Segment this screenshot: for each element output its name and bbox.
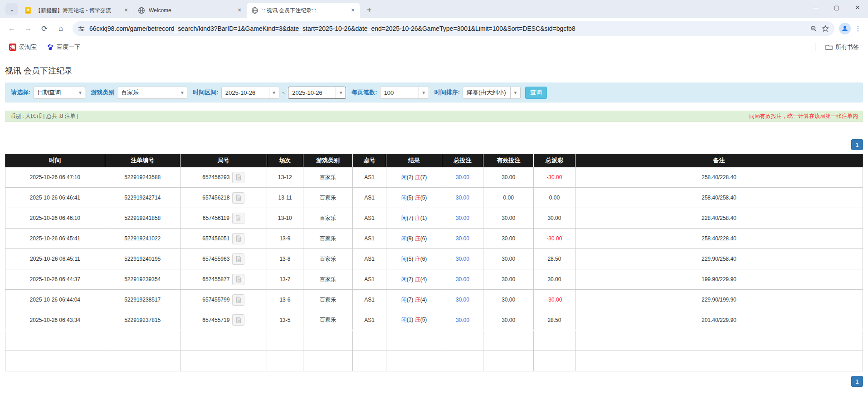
banker-result: 庄 xyxy=(415,215,420,221)
total-bet-link[interactable]: 30.00 xyxy=(456,195,469,201)
cell-table-no: AS1 xyxy=(352,229,386,249)
cell-session: 13-5 xyxy=(267,310,303,331)
cell-table-no: AS1 xyxy=(352,310,386,331)
total-row: 总计8240.00210.0027.00 xyxy=(5,351,863,371)
video-replay-button[interactable] xyxy=(232,172,244,183)
cell-time: 2025-10-26 06:45:11 xyxy=(5,249,105,269)
cell-payout: 30.00 xyxy=(534,208,575,229)
close-button[interactable]: ✕ xyxy=(847,0,868,15)
address-bar[interactable]: 66cxkj98.com/game/betrecord_search/kind3… xyxy=(73,21,834,36)
browser-tab[interactable]: Welcome× xyxy=(133,3,247,18)
total-bet-link[interactable]: 30.00 xyxy=(456,256,469,262)
page-1-button[interactable]: 1 xyxy=(851,139,863,150)
maximize-button[interactable]: ▢ xyxy=(826,0,847,15)
cell-table-no: AS1 xyxy=(352,188,386,208)
total-bet-link[interactable]: 30.00 xyxy=(456,297,469,303)
tab-search-button[interactable]: ⌄ xyxy=(5,3,18,15)
cell-result: 闲(5) 庄(6) xyxy=(386,249,442,269)
column-header: 注单编号 xyxy=(105,154,180,167)
video-replay-button[interactable] xyxy=(232,213,244,224)
reload-button[interactable]: ⟳ xyxy=(37,21,52,36)
bookmark-item[interactable]: 百度一下 xyxy=(43,41,84,53)
browser-tab[interactable]: :::视讯 会员下注纪录:::× xyxy=(247,3,360,18)
tab-close-icon[interactable]: × xyxy=(349,7,356,14)
total-bet-link[interactable]: 30.00 xyxy=(456,215,469,221)
table-row: 2025-10-26 06:45:11522919240195657455963… xyxy=(5,249,863,269)
cell-valid-bet: 30.00 xyxy=(483,290,534,310)
site-info-icon[interactable] xyxy=(78,25,85,32)
game-type-select[interactable]: 百家乐 ▼ xyxy=(117,87,187,99)
column-header: 总投注 xyxy=(442,154,483,167)
bookmarks-bar: 淘爱淘宝百度一下 所有书签 xyxy=(0,39,868,55)
new-tab-button[interactable]: + xyxy=(363,4,375,16)
cell-payout: -30.00 xyxy=(534,290,575,310)
summary-empty-cell xyxy=(303,351,353,371)
total-bet-link[interactable]: 30.00 xyxy=(456,174,469,180)
sort-order-select[interactable]: 降幂(由大到小) ▼ xyxy=(463,87,521,99)
banker-result: 庄 xyxy=(415,195,420,201)
per-page-label: 每页笔数: xyxy=(351,88,377,97)
video-replay-button[interactable] xyxy=(232,314,244,326)
date-range-label: 时间区间: xyxy=(193,88,218,97)
cell-payout: -30.00 xyxy=(534,167,575,188)
cell-valid-bet: 30.00 xyxy=(483,249,534,269)
bookmark-label: 爱淘宝 xyxy=(19,43,37,51)
cell-round-id: 657456119 xyxy=(180,208,267,229)
table-row: 2025-10-26 06:43:34522919237815657455719… xyxy=(5,310,863,331)
home-button[interactable]: ⌂ xyxy=(54,21,68,36)
page-1-button[interactable]: 1 xyxy=(851,376,863,387)
query-type-select[interactable]: 日期查询 ▼ xyxy=(33,87,85,99)
cell-game-type: 百家乐 xyxy=(303,290,353,310)
cell-table-no: AS1 xyxy=(352,269,386,290)
cell-total-bet: 30.00 xyxy=(442,167,483,188)
info-bar: 币别 : 人民币 | 总共 :8 注单 | 同局有效投注，统一计算在该局第一张注… xyxy=(5,111,863,122)
bookmark-star-icon[interactable] xyxy=(822,25,829,32)
cell-round-id: 657456051 xyxy=(180,229,267,249)
banker-result: 庄 xyxy=(415,256,420,262)
bookmark-item[interactable]: 淘爱淘宝 xyxy=(5,41,40,53)
back-button[interactable]: ← xyxy=(5,21,19,36)
browser-tab[interactable]: 【新提醒】海燕论坛 - 博学交流× xyxy=(20,3,133,18)
round-id-text: 657455877 xyxy=(202,276,229,282)
banker-result: 庄 xyxy=(415,235,420,242)
table-body: 2025-10-26 06:47:10522919243588657456293… xyxy=(5,167,863,371)
chevron-down-icon: ▼ xyxy=(419,87,429,98)
profile-avatar[interactable] xyxy=(839,23,851,34)
sort-order-label: 时间排序: xyxy=(434,88,460,97)
cell-time: 2025-10-26 06:44:04 xyxy=(5,290,105,310)
summary-payout: 27.00 xyxy=(534,351,575,371)
minimize-button[interactable]: — xyxy=(805,0,826,15)
per-page-input[interactable]: 100 ▼ xyxy=(380,87,429,99)
total-bet-link[interactable]: 30.00 xyxy=(456,235,469,242)
cell-session: 13-10 xyxy=(267,208,303,229)
video-replay-button[interactable] xyxy=(232,253,244,265)
cell-time: 2025-10-26 06:45:41 xyxy=(5,229,105,249)
cell-session: 13-6 xyxy=(267,290,303,310)
forward-button[interactable]: → xyxy=(21,21,35,36)
video-replay-button[interactable] xyxy=(232,192,244,204)
total-bet-link[interactable]: 30.00 xyxy=(456,317,469,323)
summary-count: 8 xyxy=(105,331,180,351)
player-result: 闲 xyxy=(401,256,407,262)
video-replay-button[interactable] xyxy=(232,233,244,244)
search-button[interactable]: 查询 xyxy=(525,87,547,99)
pagination-bottom: 1 xyxy=(5,376,863,387)
cell-total-bet: 30.00 xyxy=(442,290,483,310)
zoom-icon[interactable] xyxy=(810,25,817,32)
video-replay-button[interactable] xyxy=(232,274,244,285)
tab-close-icon[interactable]: × xyxy=(122,7,130,14)
url-text[interactable]: 66cxkj98.com/game/betrecord_search/kind3… xyxy=(89,25,806,32)
tab-close-icon[interactable]: × xyxy=(236,7,243,14)
globe-icon xyxy=(138,7,145,14)
date-end-input[interactable]: 2025-10-26 ▼ xyxy=(288,87,346,99)
summary-empty-cell xyxy=(352,331,386,351)
cell-total-bet: 30.00 xyxy=(442,208,483,229)
all-bookmarks-button[interactable]: 所有书签 xyxy=(822,41,863,53)
cell-time: 2025-10-26 06:43:34 xyxy=(5,310,105,331)
summary-empty-cell xyxy=(386,351,442,371)
cell-bet-id: 522919239354 xyxy=(105,269,180,290)
date-start-input[interactable]: 2025-10-26 ▼ xyxy=(221,87,279,99)
total-bet-link[interactable]: 30.00 xyxy=(456,276,469,282)
browser-menu-icon[interactable]: ⋮ xyxy=(853,23,863,34)
video-replay-button[interactable] xyxy=(232,294,244,306)
